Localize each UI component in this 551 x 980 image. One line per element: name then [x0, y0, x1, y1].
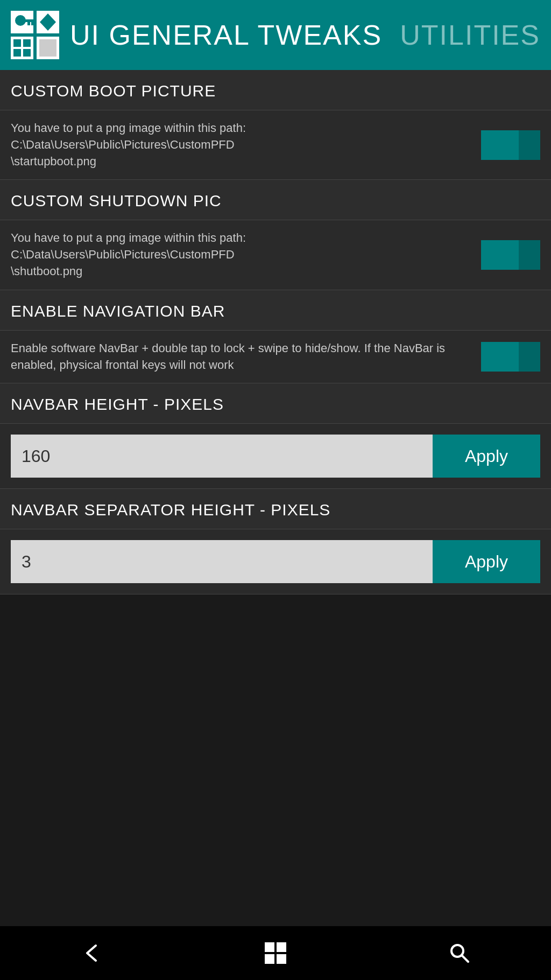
custom-shutdown-pic-section: CUSTOM SHUTDOWN PIC You have to put a pn… [0, 180, 551, 290]
enable-navigation-bar-description: Enable software NavBar + double tap to l… [11, 340, 470, 374]
svg-rect-7 [27, 22, 30, 25]
toggle-thumb-2 [519, 240, 540, 270]
svg-rect-16 [265, 954, 274, 964]
svg-rect-5 [24, 19, 33, 22]
navbar-separator-height-input-row: Apply [11, 540, 540, 583]
svg-rect-15 [277, 942, 286, 952]
custom-shutdown-pic-body: You have to put a png image within this … [0, 220, 551, 289]
svg-rect-10 [23, 39, 31, 47]
toggle-track [481, 130, 540, 160]
navbar-separator-height-input[interactable] [11, 540, 433, 583]
custom-boot-picture-header: CUSTOM BOOT PICTURE [0, 70, 551, 110]
enable-navigation-bar-title: ENABLE NAVIGATION BAR [11, 302, 225, 320]
enable-navigation-bar-header: ENABLE NAVIGATION BAR [0, 290, 551, 331]
toggle-track-2 [481, 240, 540, 270]
svg-rect-13 [39, 39, 56, 57]
navbar-height-apply-button[interactable]: Apply [433, 435, 540, 478]
navbar-height-title: NAVBAR HEIGHT - pixels [11, 395, 224, 413]
svg-rect-14 [265, 942, 274, 952]
search-button[interactable] [449, 942, 470, 964]
custom-boot-picture-section: CUSTOM BOOT PICTURE You have to put a pn… [0, 70, 551, 180]
enable-navigation-bar-section: ENABLE NAVIGATION BAR Enable software Na… [0, 290, 551, 384]
toggle-track-3 [481, 342, 540, 372]
app-header: UI GENERAL TWEAKS UTILITIES [0, 0, 551, 70]
custom-boot-picture-toggle[interactable] [481, 130, 540, 160]
header-utilities: UTILITIES [400, 19, 540, 51]
navbar-separator-height-header: NAVBAR SEPARATOR HEIGHT - pixels [0, 489, 551, 529]
enable-navigation-bar-toggle[interactable] [481, 342, 540, 372]
custom-shutdown-pic-header: CUSTOM SHUTDOWN PIC [0, 180, 551, 220]
navbar-height-input[interactable] [11, 435, 433, 478]
content-area: CUSTOM BOOT PICTURE You have to put a pn… [0, 70, 551, 594]
navbar-separator-height-section: NAVBAR SEPARATOR HEIGHT - pixels Apply [0, 489, 551, 594]
enable-navigation-bar-body: Enable software NavBar + double tap to l… [0, 331, 551, 383]
toggle-thumb-3 [519, 342, 540, 372]
svg-line-19 [462, 955, 468, 962]
navbar-height-header: NAVBAR HEIGHT - pixels [0, 383, 551, 424]
custom-shutdown-pic-title: CUSTOM SHUTDOWN PIC [11, 192, 222, 209]
home-button[interactable] [264, 941, 287, 965]
svg-rect-12 [23, 49, 31, 57]
svg-rect-9 [13, 39, 21, 47]
back-button[interactable] [81, 942, 102, 964]
header-title: UI GENERAL TWEAKS [70, 19, 382, 51]
custom-boot-picture-title: CUSTOM BOOT PICTURE [11, 82, 216, 100]
custom-boot-picture-description: You have to put a png image within this … [11, 120, 470, 170]
svg-rect-11 [13, 49, 21, 57]
custom-shutdown-pic-toggle[interactable] [481, 240, 540, 270]
toggle-thumb [519, 130, 540, 160]
custom-shutdown-pic-description: You have to put a png image within this … [11, 230, 470, 279]
svg-rect-17 [277, 954, 286, 964]
app-logo [11, 11, 59, 59]
custom-boot-picture-body: You have to put a png image within this … [0, 110, 551, 179]
svg-rect-6 [31, 22, 34, 25]
navbar-height-section: NAVBAR HEIGHT - pixels Apply [0, 383, 551, 489]
navbar-separator-height-title: NAVBAR SEPARATOR HEIGHT - pixels [11, 501, 330, 519]
navbar-height-input-row: Apply [11, 435, 540, 478]
bottom-navigation [0, 926, 551, 980]
navbar-separator-height-apply-button[interactable]: Apply [433, 540, 540, 583]
